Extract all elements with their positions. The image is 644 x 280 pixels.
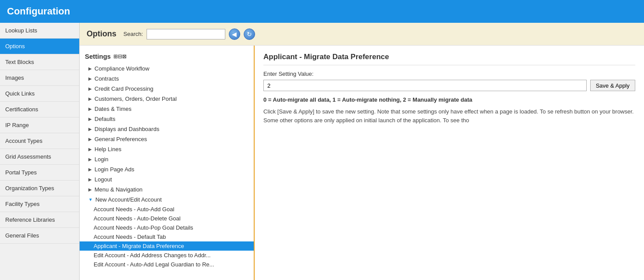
settings-subitem-migrate-data-pref[interactable]: Applicant - Migrate Data Preference [80,241,254,251]
settings-group-customers-orders[interactable]: ▶Customers, Orders, Order Portal [80,94,254,104]
settings-title: Settings [85,53,111,60]
settings-subitem-auto-add-legal[interactable]: Edit Account - Auto-Add Legal Guardian t… [80,260,254,269]
detail-title: Applicant - Migrate Data Preference [263,53,635,65]
sidebar-item-quick-links[interactable]: Quick Links [0,86,79,102]
settings-subitem-auto-delete-goal[interactable]: Account Needs - Auto-Delete Goal [80,214,254,223]
sidebar: Lookup ListsOptionsText BlocksImagesQuic… [0,23,80,280]
arrow-right-icon: ▶ [88,127,92,131]
nav-refresh-button[interactable]: ↻ [244,28,255,40]
app-header: Configuration [0,0,644,23]
app-title: Configuration [7,6,70,17]
expand-icons[interactable]: ⊞⊟⊠ [113,53,126,60]
settings-group-menu-navigation[interactable]: ▶Menu & Navigation [80,184,254,195]
detail-description: 0 = Auto-migrate all data, 1 = Auto-migr… [263,96,635,103]
arrow-right-icon: ▶ [88,86,92,91]
settings-panel: Settings ⊞⊟⊠ ▶Compliance Workflow▶Contra… [80,46,255,280]
search-label: Search: [123,31,143,37]
panels: Settings ⊞⊟⊠ ▶Compliance Workflow▶Contra… [80,46,644,280]
arrow-right-icon: ▶ [88,157,92,162]
arrow-right-icon: ▶ [88,167,92,172]
arrow-down-icon: ▼ [88,197,93,202]
settings-group-defaults[interactable]: ▶Defaults [80,114,254,124]
sidebar-item-portal-types[interactable]: Portal Types [0,165,79,181]
sidebar-item-general-files[interactable]: General Files [0,228,79,244]
settings-group-logout[interactable]: ▶Logout [80,174,254,184]
settings-group-help-lines[interactable]: ▶Help Lines [80,144,254,154]
settings-list: ▶Compliance Workflow▶Contracts▶Credit Ca… [80,64,254,269]
settings-subitem-auto-add-goal[interactable]: Account Needs - Auto-Add Goal [80,205,254,214]
search-input[interactable] [147,29,225,39]
sidebar-item-images[interactable]: Images [0,70,79,86]
settings-group-login-page-ads[interactable]: ▶Login Page Ads [80,164,254,174]
arrow-right-icon: ▶ [88,66,92,71]
main-container: Lookup ListsOptionsText BlocksImagesQuic… [0,23,644,280]
settings-group-new-account-edit-account[interactable]: ▼New Account/Edit Account [80,195,254,205]
detail-note: Click [Save & Apply] to save the new set… [263,107,635,124]
sidebar-item-grid-assessments[interactable]: Grid Assessments [0,149,79,165]
settings-group-dates-times[interactable]: ▶Dates & Times [80,104,254,114]
settings-subitem-auto-pop-goal[interactable]: Account Needs - Auto-Pop Goal Details [80,223,254,232]
options-title: Options [87,29,116,39]
settings-subitem-default-tab[interactable]: Account Needs - Default Tab [80,232,254,241]
arrow-right-icon: ▶ [88,76,92,81]
settings-subitem-add-address-changes[interactable]: Edit Account - Add Address Changes to Ad… [80,251,254,260]
settings-group-compliance-workflow[interactable]: ▶Compliance Workflow [80,64,254,74]
sidebar-item-options[interactable]: Options [0,39,79,54]
settings-group-general-preferences[interactable]: ▶General Preferences [80,134,254,144]
detail-input-row: Save & Apply [263,80,635,91]
sidebar-item-text-blocks[interactable]: Text Blocks [0,54,79,70]
content-area: Options Search: ◀ ↻ Settings ⊞⊟⊠ ▶Compli… [80,23,644,280]
settings-header: Settings ⊞⊟⊠ [80,49,254,64]
sidebar-item-reference-libraries[interactable]: Reference Libraries [0,212,79,228]
arrow-right-icon: ▶ [88,106,92,111]
sidebar-item-certifications[interactable]: Certifications [0,102,79,117]
detail-panel: Applicant - Migrate Data Preference Ente… [255,46,644,280]
settings-group-displays-dashboards[interactable]: ▶Displays and Dashboards [80,124,254,134]
sidebar-item-lookup-lists[interactable]: Lookup Lists [0,23,79,39]
arrow-right-icon: ▶ [88,147,92,152]
arrow-right-icon: ▶ [88,137,92,142]
sidebar-item-facility-types[interactable]: Facility Types [0,196,79,212]
arrow-right-icon: ▶ [88,177,92,182]
settings-group-login[interactable]: ▶Login [80,154,254,164]
settings-group-contracts[interactable]: ▶Contracts [80,74,254,84]
sidebar-item-ip-range[interactable]: IP Range [0,117,79,133]
save-apply-button[interactable]: Save & Apply [590,80,635,91]
arrow-right-icon: ▶ [88,117,92,121]
arrow-right-icon: ▶ [88,96,92,101]
detail-label: Enter Setting Value: [263,71,635,77]
sidebar-item-organization-types[interactable]: Organization Types [0,181,79,196]
settings-group-credit-card-processing[interactable]: ▶Credit Card Processing [80,84,254,94]
arrow-right-icon: ▶ [88,187,92,192]
setting-value-input[interactable] [263,80,587,91]
sidebar-item-account-types[interactable]: Account Types [0,133,79,149]
nav-back-button[interactable]: ◀ [229,28,240,40]
options-header: Options Search: ◀ ↻ [80,23,644,46]
